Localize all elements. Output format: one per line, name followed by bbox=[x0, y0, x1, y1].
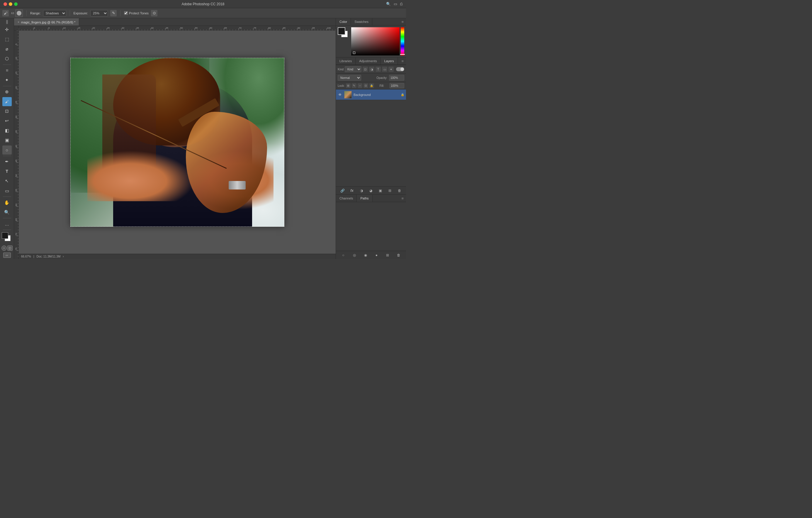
history-brush-tool[interactable]: ↩ bbox=[2, 116, 12, 126]
layer-item-background[interactable]: 👁 Background 🔒 bbox=[336, 89, 406, 100]
fg-color-swatch[interactable] bbox=[338, 27, 345, 35]
fx-icon[interactable]: fx bbox=[349, 188, 355, 194]
marquee-tool[interactable]: ⬚ bbox=[2, 35, 12, 44]
brush-preview[interactable] bbox=[15, 9, 23, 17]
spectrum-bar[interactable] bbox=[401, 27, 404, 55]
exposure-select[interactable]: 25% 50% bbox=[90, 10, 108, 17]
fill-input[interactable] bbox=[389, 83, 404, 88]
layers-panel: Kind Kind ⊡ ◑ T ▭ ✦ Normal bbox=[336, 65, 406, 194]
tab-adjustments[interactable]: Adjustments bbox=[355, 57, 381, 64]
share-icon[interactable]: ⎙ bbox=[400, 2, 403, 6]
more-tools[interactable]: … bbox=[2, 219, 12, 228]
opacity-input[interactable] bbox=[389, 75, 404, 81]
protect-tones-checkbox[interactable] bbox=[124, 11, 128, 15]
heal-tool[interactable]: ⊕ bbox=[2, 87, 12, 97]
hand-tool[interactable]: ✋ bbox=[2, 198, 12, 207]
layer-visibility-toggle[interactable]: 👁 bbox=[338, 92, 342, 97]
pixel-filter-icon[interactable]: ⊡ bbox=[362, 66, 368, 72]
color-picker-area bbox=[351, 27, 404, 55]
lock-all-icon[interactable]: 🔒 bbox=[369, 83, 374, 88]
lock-position-icon[interactable]: ✎ bbox=[352, 83, 356, 88]
zoom-level: 66.67% bbox=[21, 255, 31, 258]
path-to-selection-icon[interactable]: ○ bbox=[340, 252, 346, 258]
set-exposure-icon[interactable]: ✎ bbox=[110, 10, 117, 17]
title-bar: Adobe Photoshop CC 2018 🔍 ▭ ⎙ bbox=[0, 0, 406, 8]
main-layout: ✢ ⬚ ⌀ ⬡ ⌗ ✦ ⊕ 🖌 ⊡ ↩ ◧ ▣ ○ ✒ T ↖ ▭ ✋ 🔍 … … bbox=[0, 18, 406, 259]
protect-tones-label[interactable]: Protect Tones bbox=[124, 11, 149, 15]
lock-transform-icon[interactable]: ⊡ bbox=[364, 83, 368, 88]
zoom-tool[interactable]: 🔍 bbox=[2, 208, 12, 217]
color-field-dark-overlay bbox=[351, 27, 400, 55]
color-panel-menu-icon[interactable]: ≡ bbox=[399, 20, 406, 24]
eraser-tool[interactable]: ◧ bbox=[2, 126, 12, 135]
angle-icon[interactable]: ⊙ bbox=[151, 10, 157, 17]
doc-tab-close[interactable]: × bbox=[18, 21, 19, 24]
smart-filter-icon[interactable]: ✦ bbox=[388, 66, 394, 72]
foreground-color[interactable] bbox=[2, 232, 8, 239]
new-adjustment-icon[interactable]: ◕ bbox=[368, 188, 374, 194]
canvas-image[interactable] bbox=[70, 58, 284, 227]
move-tool[interactable]: ✢ bbox=[2, 25, 12, 34]
delete-layer-icon[interactable]: 🗑 bbox=[397, 188, 403, 194]
type-filter-icon[interactable]: T bbox=[376, 66, 381, 72]
tool-preset-picker[interactable]: 🖌 bbox=[2, 10, 9, 17]
paths-panel-menu-icon[interactable]: ≡ bbox=[399, 196, 406, 201]
tab-layers[interactable]: Layers bbox=[381, 57, 398, 64]
new-layer-icon[interactable]: ⊞ bbox=[387, 188, 393, 194]
selection-to-path-icon[interactable]: ◎ bbox=[351, 252, 357, 258]
delete-path-icon[interactable]: 🗑 bbox=[396, 252, 402, 258]
separator-2 bbox=[70, 10, 70, 16]
new-path-icon[interactable]: ⊞ bbox=[385, 252, 390, 258]
stamp-tool[interactable]: ⊡ bbox=[2, 107, 12, 116]
minimize-button[interactable] bbox=[9, 2, 12, 6]
fill-path-icon[interactable]: ● bbox=[374, 252, 379, 258]
brush-tool-icon: 🖌 bbox=[4, 11, 7, 15]
lock-artboard-icon[interactable]: ↔ bbox=[358, 83, 362, 88]
close-button[interactable] bbox=[3, 2, 7, 6]
stroke-path-icon[interactable]: ◉ bbox=[362, 252, 369, 258]
link-layers-icon[interactable]: 🔗 bbox=[340, 188, 345, 194]
gradient-tool[interactable]: ▣ bbox=[2, 136, 12, 145]
eyedropper-tool[interactable]: ✦ bbox=[2, 76, 12, 85]
pen-tool[interactable]: ✒ bbox=[2, 157, 12, 166]
color-field[interactable] bbox=[351, 27, 400, 55]
ruler-corner bbox=[14, 26, 19, 30]
kind-select[interactable]: Kind bbox=[345, 66, 361, 72]
screen-mode-button[interactable]: ▭ bbox=[3, 252, 11, 258]
select-direct-tool[interactable]: ↖ bbox=[2, 176, 12, 186]
search-icon[interactable]: 🔍 bbox=[386, 2, 391, 6]
view-icon[interactable]: ▭ bbox=[394, 2, 397, 6]
standard-mode[interactable]: ○ bbox=[1, 246, 7, 251]
tab-color[interactable]: Color bbox=[336, 18, 351, 25]
quick-mask-mode[interactable]: ◫ bbox=[7, 246, 12, 251]
adj-filter-icon[interactable]: ◑ bbox=[369, 66, 374, 72]
brush-tool[interactable]: 🖌 bbox=[2, 97, 12, 106]
new-group-icon[interactable]: ▣ bbox=[378, 188, 383, 194]
shape-tool[interactable]: ▭ bbox=[2, 186, 12, 195]
opacity-label: Opacity: bbox=[376, 76, 387, 80]
tab-channels[interactable]: Channels bbox=[336, 195, 357, 202]
maximize-button[interactable] bbox=[14, 2, 18, 6]
canvas-scroll[interactable] bbox=[19, 30, 336, 254]
tab-libraries[interactable]: Libraries bbox=[336, 57, 355, 64]
canvas-image-container bbox=[70, 58, 284, 227]
shape-filter-icon[interactable]: ▭ bbox=[382, 66, 387, 72]
blend-mode-select[interactable]: Normal Multiply Screen bbox=[338, 75, 361, 81]
lock-pixels-icon[interactable]: ⊞ bbox=[346, 83, 351, 88]
document-tab[interactable]: × magic_fingers.jpg @ 66.7% (RGB/8) * bbox=[14, 19, 79, 26]
toolbar-drag-handle bbox=[6, 20, 8, 24]
quick-select-tool[interactable]: ⬡ bbox=[2, 54, 12, 63]
doc-info-arrow[interactable]: › bbox=[63, 255, 64, 258]
color-panel-row bbox=[338, 27, 404, 55]
filter-toggle[interactable] bbox=[396, 67, 404, 71]
lasso-tool[interactable]: ⌀ bbox=[2, 45, 12, 54]
type-tool[interactable]: T bbox=[2, 167, 12, 176]
tab-swatches[interactable]: Swatches bbox=[351, 18, 372, 25]
layers-panel-menu-icon[interactable]: ≡ bbox=[399, 59, 406, 63]
range-select[interactable]: Shadows Midtones Highlights bbox=[43, 10, 66, 17]
dodge-tool[interactable]: ○ bbox=[2, 145, 12, 155]
tab-paths[interactable]: Paths bbox=[357, 195, 372, 202]
add-mask-icon[interactable]: ◑ bbox=[358, 188, 365, 194]
crop-tool[interactable]: ⌗ bbox=[2, 66, 12, 75]
window-controls[interactable] bbox=[3, 2, 18, 6]
